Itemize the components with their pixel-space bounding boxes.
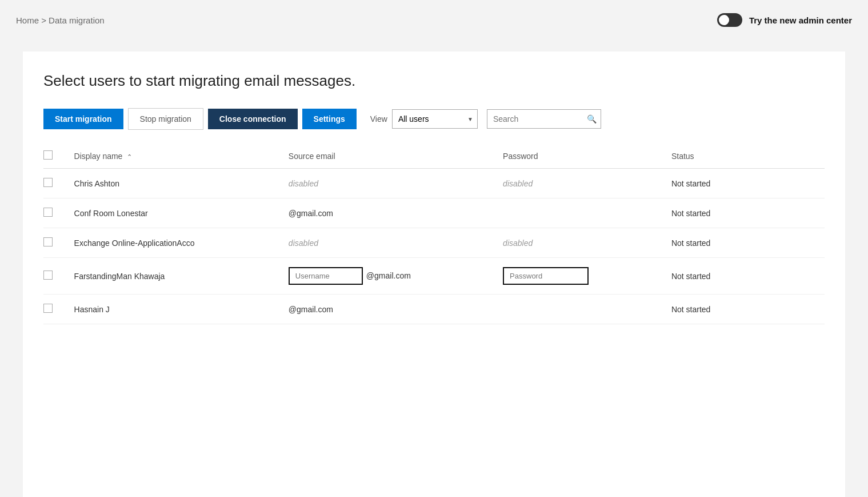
user-password: disabled [503,228,671,258]
view-select[interactable]: All users Users with errors Users in pro… [392,109,478,129]
password-input[interactable] [503,267,589,285]
users-table: Display name ⌃ Source email Password Sta… [43,144,825,324]
stop-migration-button[interactable]: Stop migration [128,108,203,130]
gmail-suffix: @gmail.com [366,271,411,280]
select-all-checkbox[interactable] [43,150,53,160]
row-checkbox[interactable] [43,208,53,217]
user-source-email: @gmail.com [289,295,503,324]
user-password[interactable] [503,258,671,295]
user-password: disabled [503,169,671,198]
table-row: Exchange Online-ApplicationAccodisabledd… [43,228,825,258]
user-source-email: disabled [289,169,503,198]
user-status: Not started [671,169,825,198]
toggle-label: Try the new admin center [749,15,852,25]
top-bar: Home > Data migration Try the new admin … [0,0,868,40]
user-display-name: Exchange Online-ApplicationAcco [74,228,289,258]
user-source-email[interactable]: @gmail.com [289,258,503,295]
row-checkbox[interactable] [43,178,53,187]
admin-center-toggle[interactable] [717,13,742,27]
search-wrapper: 🔍 [487,109,601,129]
username-input[interactable] [289,267,363,285]
col-header-password: Password [503,144,671,169]
row-checkbox[interactable] [43,237,53,246]
user-status: Not started [671,295,825,324]
col-header-email: Source email [289,144,503,169]
view-select-wrapper: All users Users with errors Users in pro… [392,109,478,129]
toolbar: Start migration Stop migration Close con… [43,108,825,130]
breadcrumb: Home > Data migration [16,15,105,25]
user-source-email: @gmail.com [289,198,503,228]
disabled-email-label: disabled [289,238,318,248]
start-migration-button[interactable]: Start migration [43,109,123,129]
view-label: View [370,114,387,124]
main-content: Select users to start migrating email me… [23,51,845,497]
page-title: Select users to start migrating email me… [43,72,825,90]
row-checkbox[interactable] [43,304,53,313]
user-display-name: Chris Ashton [74,169,289,198]
col-header-check [43,144,74,169]
user-status: Not started [671,198,825,228]
col-header-status: Status [671,144,825,169]
disabled-email-label: disabled [289,179,318,188]
table-row: Chris AshtondisableddisabledNot started [43,169,825,198]
user-status: Not started [671,258,825,295]
table-row: Conf Room Lonestar@gmail.comNot started [43,198,825,228]
table-row: Hasnain J@gmail.comNot started [43,295,825,324]
toggle-knob [719,15,729,25]
user-source-email: disabled [289,228,503,258]
user-password [503,295,671,324]
user-status: Not started [671,228,825,258]
disabled-password-label: disabled [503,238,533,248]
search-input[interactable] [487,109,601,129]
user-display-name: Conf Room Lonestar [74,198,289,228]
col-header-displayname: Display name ⌃ [74,144,289,169]
user-display-name: Hasnain J [74,295,289,324]
close-connection-button[interactable]: Close connection [208,109,298,129]
disabled-password-label: disabled [503,179,533,188]
user-password [503,198,671,228]
row-checkbox[interactable] [43,271,53,280]
top-right-controls: Try the new admin center [717,13,852,27]
settings-button[interactable]: Settings [302,109,357,129]
sort-arrow-icon[interactable]: ⌃ [127,153,132,160]
table-row: FarstandingMan Khawaja@gmail.comNot star… [43,258,825,295]
user-display-name: FarstandingMan Khawaja [74,258,289,295]
